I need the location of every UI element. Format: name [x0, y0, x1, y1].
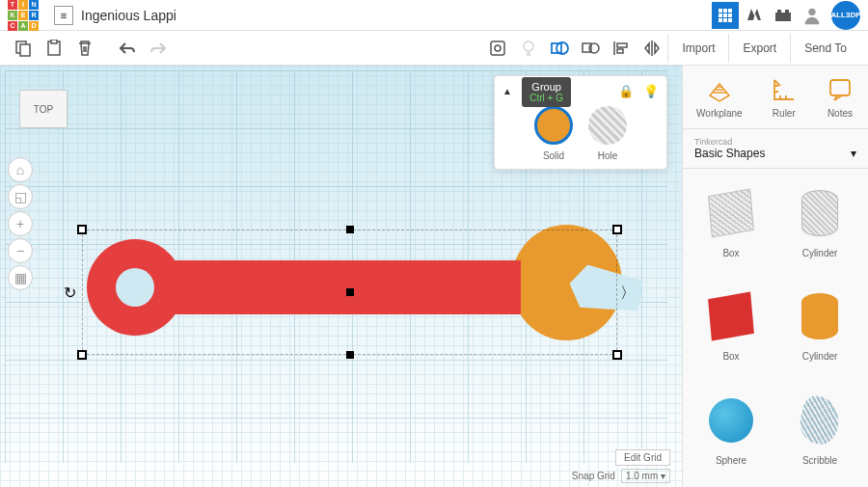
import-button[interactable]: Import — [667, 34, 728, 63]
svg-rect-16 — [830, 80, 850, 95]
rotate-handle-left[interactable]: ↻ — [64, 284, 76, 302]
workplane-label: Workplane — [696, 108, 743, 119]
solid-option[interactable]: Solid — [534, 106, 573, 161]
tooltip-title: Group — [529, 81, 563, 93]
handle-sw[interactable] — [77, 350, 87, 360]
user-icon[interactable] — [799, 2, 826, 29]
svg-point-4 — [808, 8, 815, 14]
view-cube[interactable]: TOP — [19, 90, 68, 128]
minecraft-icon[interactable] — [741, 2, 768, 29]
notes-icon — [826, 75, 854, 104]
shape-box-solid[interactable]: Box — [691, 280, 772, 375]
ungroup-button[interactable] — [575, 34, 606, 63]
ortho-button[interactable]: ▦ — [8, 265, 33, 290]
undo-button[interactable] — [112, 34, 143, 63]
lock-icon[interactable]: 🔒 — [618, 84, 634, 98]
snap-grid-control: Snap Grid 1.0 mm ▾ — [572, 469, 670, 483]
handle-nw[interactable] — [77, 225, 87, 234]
shape-sphere[interactable]: Sphere — [691, 384, 772, 479]
handle-center[interactable] — [346, 288, 354, 296]
notes-tool[interactable]: Notes — [826, 75, 854, 119]
hole-option[interactable]: Hole — [588, 106, 627, 161]
svg-rect-1 — [775, 13, 791, 21]
shape-category-select[interactable]: Tinkercad Basic Shapes▾ — [683, 129, 868, 169]
export-button[interactable]: Export — [728, 34, 790, 63]
send-to-button[interactable]: Send To — [790, 34, 860, 63]
svg-rect-2 — [777, 10, 781, 14]
notes-label: Notes — [827, 108, 853, 119]
ruler-tool[interactable]: Ruler — [770, 75, 799, 119]
svg-rect-3 — [785, 10, 789, 14]
shape-cylinder-solid[interactable]: Cylinder — [779, 280, 860, 375]
top-bar: TINKERCAD ≡ Ingenious Lappi ALL3DP — [0, 0, 868, 31]
bulb-icon[interactable] — [513, 34, 544, 63]
hole-label: Hole — [598, 150, 618, 161]
all3dp-badge[interactable]: ALL3DP — [831, 1, 860, 30]
edit-grid-button[interactable]: Edit Grid — [615, 449, 670, 466]
shapes-panel: Workplane Ruler Notes Tinkercad Basic Sh… — [682, 66, 868, 487]
svg-point-11 — [524, 41, 533, 51]
handle-n[interactable] — [346, 226, 354, 233]
handle-ne[interactable] — [612, 225, 622, 234]
svg-point-13 — [556, 42, 568, 54]
svg-rect-9 — [491, 41, 504, 55]
shape-cylinder-hole[interactable]: Cylinder — [779, 176, 860, 272]
shapes-grid: Box Cylinder Box Cylinder Sphere Scribbl… — [683, 169, 868, 487]
canvas[interactable]: TOP ⌂ ◱ + − ▦ ↻ 〉 Grou — [0, 66, 682, 487]
tooltip-shortcut: Ctrl + G — [529, 93, 563, 103]
svg-rect-8 — [51, 40, 57, 43]
category-name: Basic Shapes — [694, 147, 765, 160]
zoom-in-button[interactable]: + — [8, 211, 33, 236]
solid-label: Solid — [543, 150, 564, 161]
grid-view-icon[interactable] — [712, 2, 739, 29]
shape-scribble[interactable]: Scribble — [779, 384, 860, 479]
workplane-icon — [705, 75, 734, 104]
lego-icon[interactable] — [770, 2, 797, 29]
ruler-icon — [770, 75, 799, 104]
delete-button[interactable] — [69, 34, 100, 63]
fit-view-button[interactable]: ◱ — [8, 184, 33, 209]
selection-box[interactable]: ↻ 〉 — [82, 230, 617, 355]
group-tooltip: Group Ctrl + G — [522, 77, 571, 107]
align-button[interactable] — [606, 34, 637, 63]
mirror-button[interactable] — [637, 34, 667, 63]
ruler-label: Ruler — [773, 108, 796, 119]
shape-box-hole[interactable]: Box — [691, 176, 772, 272]
view-controls: ⌂ ◱ + − ▦ — [8, 157, 33, 290]
snap-grid-select[interactable]: 1.0 mm ▾ — [621, 469, 670, 483]
handle-se[interactable] — [612, 350, 622, 360]
toolbar: Import Export Send To — [0, 31, 868, 66]
collapse-icon[interactable]: ▲ — [502, 86, 512, 96]
project-name[interactable]: Ingenious Lappi — [81, 8, 176, 23]
shape-inspector[interactable]: ▲ S 🔒 💡 Solid Hole — [494, 75, 667, 170]
snap-grid-label: Snap Grid — [572, 471, 615, 481]
chevron-down-icon: ▾ — [851, 147, 856, 160]
group-button[interactable] — [544, 34, 575, 63]
docs-icon[interactable]: ≡ — [54, 6, 73, 25]
solid-swatch — [534, 106, 573, 145]
redo-button[interactable] — [143, 34, 174, 63]
tinkercad-logo[interactable]: TINKERCAD — [8, 0, 39, 31]
category-parent: Tinkercad — [694, 137, 856, 147]
svg-rect-6 — [20, 44, 30, 56]
bulb-icon[interactable]: 💡 — [643, 84, 659, 98]
workplane-tool[interactable]: Workplane — [696, 75, 743, 119]
paste-button[interactable] — [39, 34, 69, 63]
copy-button[interactable] — [8, 34, 39, 63]
visibility-outline-icon[interactable] — [482, 34, 513, 63]
handle-s[interactable] — [346, 351, 354, 359]
home-view-button[interactable]: ⌂ — [8, 157, 33, 182]
svg-point-10 — [495, 45, 501, 51]
rotate-handle-right[interactable]: 〉 — [620, 284, 636, 304]
zoom-out-button[interactable]: − — [8, 238, 33, 263]
hole-swatch — [588, 106, 627, 145]
